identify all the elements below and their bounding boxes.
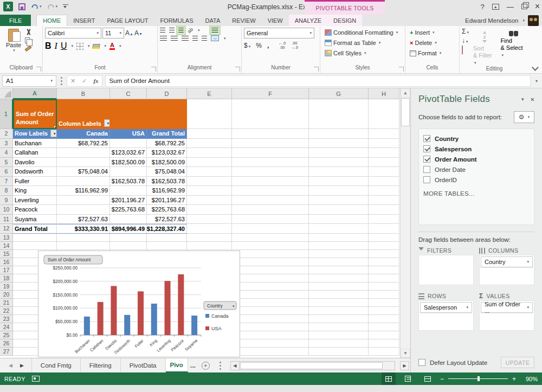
align-center-icon[interactable] (171, 36, 178, 41)
cell-G8[interactable] (309, 186, 369, 196)
align-left-icon[interactable] (160, 36, 167, 41)
cell-C1[interactable] (110, 99, 147, 129)
cell-G11[interactable] (309, 215, 369, 224)
cell-A13[interactable] (13, 234, 57, 242)
minimize-button[interactable]: — (507, 3, 514, 10)
cell-F21[interactable] (232, 299, 309, 307)
cell-F8[interactable] (232, 186, 309, 196)
cell-F23[interactable] (232, 315, 309, 323)
wrap-text-icon[interactable] (211, 28, 218, 33)
normal-view-button[interactable] (382, 372, 396, 385)
bar-fuller[interactable] (138, 291, 144, 335)
align-right-icon[interactable] (182, 36, 189, 41)
cell-D6[interactable]: $75,048.04 (147, 167, 187, 177)
insert-function-icon[interactable]: fx (93, 78, 98, 84)
pivot-chart[interactable]: $250,000.00$200,000.00$150,000.00$100,00… (38, 250, 240, 357)
values-area[interactable]: Sum of Order ...▾ (479, 300, 534, 331)
cell-A5[interactable]: Davolio (13, 158, 57, 168)
cell-F6[interactable] (232, 167, 309, 177)
row-header-17[interactable]: 17 (0, 266, 13, 274)
cell-G4[interactable] (309, 148, 369, 158)
number-dialog-launcher[interactable] (314, 67, 319, 72)
cell-F27[interactable] (232, 348, 309, 356)
cell-C9[interactable]: $201,196.27 (110, 196, 147, 205)
row-header-6[interactable]: 6 (0, 167, 13, 177)
autosum-button[interactable]: Σ▾ (462, 28, 469, 35)
pill-dropdown-icon[interactable]: ▾ (527, 305, 529, 310)
row-header-23[interactable]: 23 (0, 315, 13, 323)
field-checkbox[interactable] (423, 156, 430, 163)
insert-cells-button[interactable]: + Insert▾ (408, 28, 443, 37)
cell-F18[interactable] (232, 274, 309, 282)
cell-H4[interactable] (369, 148, 399, 158)
bar-callahan[interactable] (98, 302, 104, 335)
font-dialog-launcher[interactable] (151, 67, 156, 72)
row-header-4[interactable]: 4 (0, 148, 13, 158)
styles-dialog-launcher[interactable] (399, 67, 404, 72)
cell-G19[interactable] (309, 282, 369, 291)
columns-area[interactable]: Country▾ (479, 255, 534, 285)
field-item-orderid[interactable]: OrderID (423, 175, 530, 185)
collapse-ribbon-icon[interactable] (532, 64, 539, 71)
find-select-button[interactable]: Find& Select ▾ (500, 28, 527, 66)
row-header-27[interactable]: 27 (0, 348, 13, 356)
cell-B6[interactable]: $75,048.04 (57, 167, 110, 177)
tab-data[interactable]: DATA (199, 15, 227, 26)
cell-C13[interactable] (110, 234, 147, 242)
tools-gear-button[interactable]: ⚙▾ (514, 111, 534, 123)
panel-options-icon[interactable]: ▾ (521, 97, 524, 102)
cell-E11[interactable] (187, 215, 232, 224)
cell-A12[interactable]: Grand Total (13, 224, 57, 234)
cell-F15[interactable] (232, 250, 309, 258)
decrease-indent-icon[interactable] (192, 36, 198, 41)
cell-C2[interactable]: USA (110, 129, 147, 139)
cancel-entry-icon[interactable]: ✕ (70, 78, 75, 85)
cell-G10[interactable] (309, 205, 369, 215)
new-sheet-button[interactable]: + (198, 358, 214, 372)
top-align-icon[interactable] (160, 28, 165, 33)
cell-E5[interactable] (187, 158, 232, 168)
cell-B1[interactable]: Column Labels▼ (57, 99, 110, 129)
cell-D13[interactable] (147, 234, 187, 242)
comma-format-button[interactable]: , (267, 42, 269, 49)
column-header-E[interactable]: E (187, 88, 232, 99)
tab-analyze[interactable]: ANALYZE (289, 15, 327, 26)
cell-G6[interactable] (309, 167, 369, 177)
cell-C8[interactable] (110, 186, 147, 196)
zoom-slider[interactable] (448, 378, 508, 379)
merge-center-icon[interactable]: ↔ (211, 35, 219, 41)
cell-H24[interactable] (369, 323, 399, 331)
cell-F11[interactable] (232, 215, 309, 224)
cell-A10[interactable]: Peacock (13, 205, 57, 215)
cell-G21[interactable] (309, 299, 369, 307)
prev-sheet-icon[interactable]: ◀ (9, 363, 12, 368)
cell-E9[interactable] (187, 196, 232, 205)
cell-H9[interactable] (369, 196, 399, 205)
cell-E13[interactable] (187, 234, 232, 242)
italic-button[interactable]: I (55, 41, 57, 51)
field-item-order-date[interactable]: Order Date (423, 164, 530, 175)
cell-D11[interactable]: $72,527.63 (147, 215, 187, 224)
row-header-18[interactable]: 18 (0, 274, 13, 282)
zoom-thumb[interactable] (478, 376, 480, 381)
tab-formulas[interactable]: FORMULAS (154, 15, 199, 26)
bar-dodsworth[interactable] (124, 315, 130, 335)
rows-field-pill[interactable]: Salesperson▾ (420, 302, 472, 313)
cell-C14[interactable] (110, 242, 147, 250)
cell-B10[interactable] (57, 205, 110, 215)
column-header-A[interactable]: A (13, 88, 57, 99)
formula-input[interactable]: Sum of Order Amount (105, 75, 531, 87)
cell-G17[interactable] (309, 266, 369, 274)
cell-H8[interactable] (369, 186, 399, 196)
filter-dropdown-icon[interactable]: ▼ (104, 119, 110, 127)
field-checkbox[interactable] (423, 176, 430, 183)
cell-A11[interactable]: Suyama (13, 215, 57, 224)
tab-page-layout[interactable]: PAGE LAYOUT (101, 15, 154, 26)
cell-F16[interactable] (232, 258, 309, 266)
clear-button[interactable] (462, 46, 469, 54)
cell-F2[interactable] (232, 129, 309, 139)
field-item-salesperson[interactable]: Salesperson (423, 144, 530, 154)
cell-G9[interactable] (309, 196, 369, 205)
cell-H23[interactable] (369, 315, 399, 323)
cell-B14[interactable] (57, 242, 110, 250)
